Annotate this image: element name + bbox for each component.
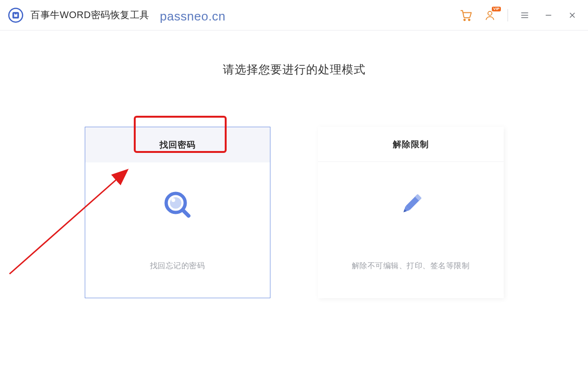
mode-card-title: 解除限制 [318,127,504,162]
svg-line-16 [183,211,189,216]
watermark-text: passneo.cn [160,9,226,24]
pencil-icon [396,190,426,220]
svg-point-6 [488,11,492,15]
svg-rect-3 [15,12,16,14]
titlebar-divider [508,9,508,21]
mode-card-remove-restriction[interactable]: 解除限制 解除不可编辑、打印、签名等限制 [318,127,504,298]
close-icon[interactable] [565,8,579,22]
mode-card-title: 找回密码 [85,127,270,162]
mode-card-body: 解除不可编辑、打印、签名等限制 [318,162,504,298]
cart-icon[interactable] [459,8,473,22]
app-title: 百事牛WORD密码恢复工具 [30,9,149,21]
mode-card-recover-password[interactable]: 找回密码 找回忘记的密码 [85,127,270,298]
app-logo-icon [8,7,24,23]
magnifier-icon [162,190,193,220]
main-content: 请选择您要进行的处理模式 找回密码 找回忘记的密码 解除限制 [0,30,588,298]
account-icon[interactable]: VIP [483,8,497,22]
svg-point-5 [468,19,470,20]
mode-card-body: 找回忘记的密码 [85,162,270,298]
mode-card-desc: 解除不可编辑、打印、签名等限制 [352,261,470,271]
titlebar: 百事牛WORD密码恢复工具 passneo.cn VIP [0,0,588,30]
minimize-icon[interactable] [541,8,556,22]
svg-point-4 [464,19,465,20]
svg-point-14 [170,197,181,209]
menu-icon[interactable] [518,8,532,22]
mode-card-desc: 找回忘记的密码 [150,261,205,271]
mode-cards: 找回密码 找回忘记的密码 解除限制 [0,127,588,298]
vip-badge: VIP [492,7,501,11]
page-prompt: 请选择您要进行的处理模式 [0,62,588,77]
svg-point-15 [171,198,175,202]
